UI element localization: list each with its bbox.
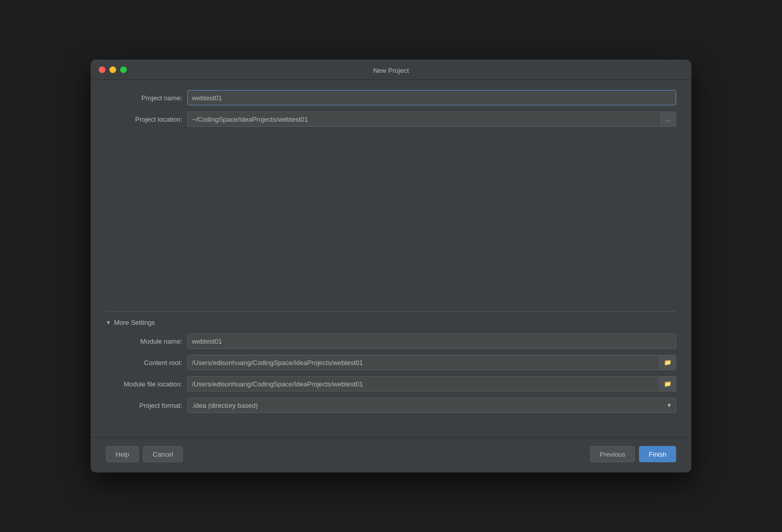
previous-button[interactable]: Previous [590, 446, 635, 462]
module-file-location-row: Module file location: 📁 [106, 376, 676, 391]
content-root-label: Content root: [106, 359, 187, 367]
content-root-input[interactable] [187, 355, 659, 370]
module-file-location-input[interactable] [187, 376, 659, 391]
module-file-location-field-group: 📁 [187, 376, 676, 391]
close-button[interactable] [99, 66, 105, 73]
project-format-select-wrapper: .idea (directory based) .ipr (file based… [187, 398, 676, 413]
more-settings-fields: Module name: Content root: 📁 Module f [106, 333, 676, 413]
title-bar: New Project [91, 60, 691, 80]
folder-icon: 📁 [664, 359, 672, 366]
project-name-input[interactable] [187, 90, 676, 105]
project-name-label: Project name: [106, 94, 187, 102]
maximize-button[interactable] [120, 66, 127, 73]
project-location-label: Project location: [106, 116, 187, 123]
project-format-select[interactable]: .idea (directory based) .ipr (file based… [187, 398, 676, 413]
more-settings-label: More Settings [114, 319, 155, 326]
more-settings-header[interactable]: ▼ More Settings [106, 319, 676, 326]
content-root-field-group: 📁 [187, 355, 676, 370]
project-location-input[interactable] [187, 111, 661, 127]
window-title: New Project [373, 67, 409, 74]
project-location-field-group: ... [187, 111, 676, 127]
separator [106, 311, 676, 312]
cancel-button[interactable]: Cancel [143, 446, 183, 462]
dialog-window: New Project Project name: Project locati… [91, 60, 691, 472]
chevron-down-icon: ▼ [106, 320, 111, 325]
project-location-browse-button[interactable]: ... [661, 111, 676, 127]
more-settings-section: ▼ More Settings Module name: Content roo… [106, 311, 676, 413]
module-name-row: Module name: [106, 333, 676, 349]
footer-left-buttons: Help Cancel [106, 446, 183, 462]
module-name-label: Module name: [106, 338, 187, 345]
project-name-row: Project name: [106, 90, 676, 105]
dialog-content: Project name: Project location: ... ▼ Mo… [91, 80, 691, 429]
project-format-row: Project format: .idea (directory based) … [106, 398, 676, 413]
footer-right-buttons: Previous Finish [590, 446, 676, 462]
module-name-input[interactable] [187, 333, 676, 349]
module-file-location-label: Module file location: [106, 380, 187, 388]
content-root-row: Content root: 📁 [106, 355, 676, 370]
project-location-row: Project location: ... [106, 111, 676, 127]
help-button[interactable]: Help [106, 446, 139, 462]
traffic-lights [99, 66, 127, 73]
empty-space [106, 133, 676, 306]
project-format-label: Project format: [106, 402, 187, 409]
module-file-location-browse-button[interactable]: 📁 [659, 376, 676, 391]
content-root-browse-button[interactable]: 📁 [659, 355, 676, 370]
minimize-button[interactable] [109, 66, 116, 73]
finish-button[interactable]: Finish [639, 446, 676, 462]
dialog-footer: Help Cancel Previous Finish [91, 437, 691, 472]
folder-icon: 📁 [664, 380, 672, 387]
